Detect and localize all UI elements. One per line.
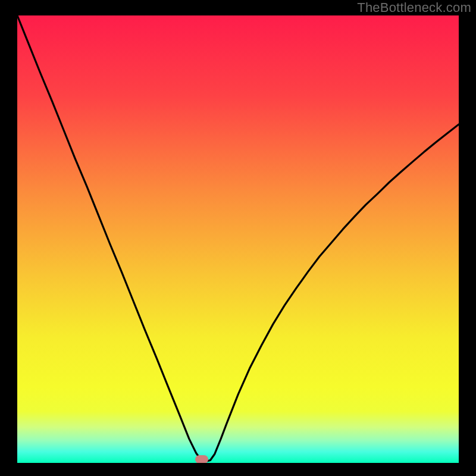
plot-area — [17, 15, 459, 463]
watermark-text: TheBottleneck.com — [357, 0, 471, 15]
chart-frame: TheBottleneck.com — [0, 0, 476, 476]
gradient-background — [17, 15, 459, 463]
minimum-marker — [195, 455, 208, 463]
